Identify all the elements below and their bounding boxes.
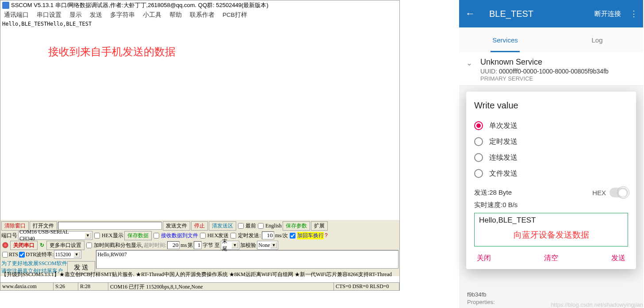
menu-port-settings[interactable]: 串口设置 [37, 11, 61, 19]
status-com: COM16 已打开 115200bps,8,1,None,None [108, 283, 334, 290]
window-title: SSCOM V5.13.1 串口/网络数据调试器,作者:大虾丁丁,2618058… [11, 1, 268, 9]
rts-checkbox[interactable] [2, 252, 8, 258]
tail-combo[interactable]: 末尾 [221, 241, 239, 250]
dialog-buttons: 关闭 清空 发送 [474, 246, 628, 263]
phone-title: BLE_TEST [489, 9, 594, 19]
menu-display[interactable]: 显示 [69, 11, 82, 19]
phone-appbar: ← BLE_TEST 断开连接 ⋮ [459, 0, 643, 27]
statusbar: www.daxia.com S:26 R:28 COM16 已打开 115200… [0, 282, 399, 290]
dialog-title: Write value [474, 100, 628, 111]
radio-icon [474, 169, 483, 178]
menu-contact[interactable]: 联系作者 [190, 11, 215, 19]
send-bytes-row: 发送:28 Byte HEX [474, 188, 628, 197]
hex-show-checkbox[interactable] [94, 233, 100, 239]
baud-label: 波特率: [36, 251, 54, 258]
promo-line1: 为了更好地发展SSCOM软件 [1, 260, 67, 267]
write-value-dialog: Write value 单次发送 定时发送 连续发送 文件发送 发送:28 By… [466, 92, 636, 269]
service-type: PRIMARY SERVICE [480, 75, 635, 82]
timed-unit-label: ms/次 [275, 232, 288, 239]
status-url[interactable]: www.daxia.com [0, 283, 54, 290]
rx-file-checkbox[interactable] [153, 233, 159, 239]
menubar: 通讯端口 串口设置 显示 发送 多字符串 小工具 帮助 联系作者 PCB打样 [0, 10, 399, 20]
dialog-send-button[interactable]: 发送 [611, 254, 625, 263]
tab-log[interactable]: Log [551, 27, 643, 52]
menu-tools[interactable]: 小工具 [143, 11, 161, 19]
save-data-button[interactable]: 保存数据 [124, 231, 152, 240]
chevron-down-icon: ⌄ [466, 58, 472, 68]
hex-toggle[interactable] [610, 188, 628, 197]
dialog-close-button[interactable]: 关闭 [477, 254, 491, 263]
send-bytes-label: 发送:28 Byte [474, 189, 512, 197]
crlf-label: 加回车换行 [297, 232, 324, 239]
hex-send-checkbox[interactable] [200, 233, 206, 239]
control-panel: 清除窗口 打开文件 发送文件 停止 清发送区 最前 English 保存参数 扩… [0, 219, 399, 276]
speed-row: 实时速度:0 B/s [474, 201, 628, 209]
disconnect-button[interactable]: 断开连接 [594, 10, 621, 18]
stop-button[interactable]: 停止 [191, 221, 208, 231]
timeout-label: 超时时间: [144, 242, 166, 249]
menu-send[interactable]: 发送 [90, 11, 102, 19]
status-recv: R:28 [78, 283, 108, 290]
port-led-icon [2, 242, 8, 248]
timestamp-checkbox[interactable] [86, 243, 92, 248]
menu-pcb[interactable]: PCB打样 [222, 11, 247, 19]
upgrade-banner[interactable]: 【升级到SSCOM5.13.1】★嘉立创PCB打样SMT贴片服务. ★RT-Th… [1, 271, 392, 278]
radio-continuous-send[interactable]: 连续发送 [474, 150, 628, 166]
service-item[interactable]: ⌄ Unknown Service UUID: 0000fff0-0000-10… [459, 52, 643, 86]
timestamp-label: 加时间戳和分包显示, [94, 242, 143, 249]
port-combo[interactable]: COM16 USB-SERIAL CH340 [18, 231, 92, 240]
english-checkbox[interactable] [258, 223, 264, 229]
dialog-clear-button[interactable]: 清空 [544, 254, 558, 263]
check-label: 加校验 [240, 242, 256, 249]
refresh-icon[interactable]: ↻ [38, 242, 46, 249]
radio-file-send[interactable]: 文件发送 [474, 166, 628, 181]
dtr-checkbox[interactable] [19, 252, 25, 258]
back-arrow-icon[interactable]: ← [465, 8, 475, 19]
phone-screenshot: ← BLE_TEST 断开连接 ⋮ Services Log ⌄ Unknown… [459, 0, 643, 308]
clear-send-button[interactable]: 清发送区 [209, 221, 236, 231]
menu-comm-port[interactable]: 通讯端口 [4, 11, 29, 19]
service-name: Unknown Service [480, 58, 635, 67]
speed-label: 实时速度:0 B/s [474, 201, 518, 209]
byte-to-label: 字节 至 [203, 242, 220, 249]
send-file-button[interactable]: 发送文件 [163, 221, 190, 231]
check-combo[interactable]: None [257, 241, 278, 250]
radio-single-send[interactable]: 单次发送 [474, 118, 628, 134]
status-sent: S:26 [54, 283, 78, 290]
topmost-checkbox[interactable] [238, 223, 244, 229]
send-mode-radios: 单次发送 定时发送 连续发送 文件发送 [474, 118, 628, 181]
titlebar: SSCOM V5.13.1 串口/网络数据调试器,作者:大虾丁丁,2618058… [0, 0, 399, 10]
service-uuid: UUID: 0000fff0-0000-1000-8000-00805f9b34… [480, 68, 635, 75]
timed-send-checkbox[interactable] [230, 233, 236, 239]
crlf-checkbox[interactable] [290, 233, 295, 239]
save-params-button[interactable]: 保存参数 [283, 221, 310, 231]
write-value-input[interactable]: Hello,BLE_TEST 向蓝牙设备发送数据 [474, 213, 628, 246]
nth-input[interactable] [194, 241, 202, 249]
dtr-label: DTR [26, 251, 36, 258]
timed-send-label: 定时发送: [238, 232, 261, 239]
port-label: 端口号 [1, 232, 17, 239]
radio-icon [474, 153, 483, 162]
tab-services[interactable]: Services [459, 27, 551, 52]
hex-label: HEX [592, 189, 606, 196]
status-signals: CTS=0 DSR=0 RLSD=0 [334, 283, 399, 290]
menu-multistring[interactable]: 多字符串 [110, 11, 135, 19]
app-icon [2, 2, 9, 9]
timeout-input[interactable] [167, 241, 180, 249]
receive-area[interactable]: Hello,BLE_TESTHello,BLE_TEST 接收到来自手机发送的数… [0, 20, 399, 219]
radio-icon [474, 121, 483, 130]
sscom-window: SSCOM V5.13.1 串口/网络数据调试器,作者:大虾丁丁,2618058… [0, 0, 400, 291]
received-text: Hello,BLE_TESTHello,BLE_TEST [2, 21, 398, 27]
english-label: English [265, 223, 282, 229]
send-textarea[interactable]: Hello,RW007 [96, 250, 399, 269]
nth-label: 第 [188, 242, 193, 249]
topmost-label: 最前 [245, 222, 256, 230]
baud-combo[interactable]: 115200 [54, 250, 81, 259]
radio-timed-send[interactable]: 定时发送 [474, 134, 628, 150]
menu-help[interactable]: 帮助 [169, 11, 182, 19]
expand-button[interactable]: 扩展 [311, 221, 328, 231]
watermark: https://blog.csdn.net/shadowyingjian [551, 301, 643, 308]
more-vert-icon[interactable]: ⋮ [630, 9, 637, 19]
input-value: Hello,BLE_TEST [479, 216, 623, 225]
timed-interval-input[interactable] [262, 231, 274, 239]
